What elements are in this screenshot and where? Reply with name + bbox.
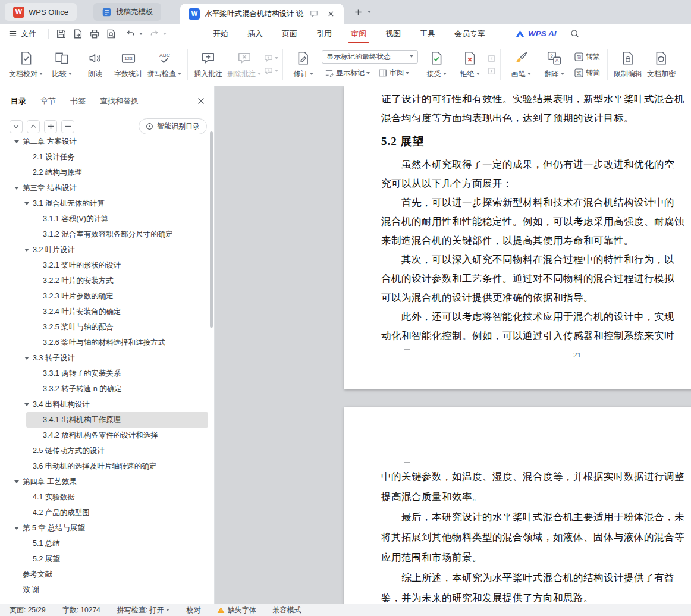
toc-item[interactable]: 3.2.2 叶片的安装方式 [0, 273, 214, 288]
sidebar-panel-tab[interactable]: 目录 [11, 96, 26, 106]
toc-item[interactable]: 第 5 章 总结与展望 [0, 520, 214, 536]
toc-item[interactable]: 第三章 结构设计 [0, 180, 214, 196]
toc-item[interactable]: 3.2.4 叶片安装角的确定 [0, 304, 214, 319]
translate-button[interactable]: 文A 翻译 [538, 46, 570, 83]
menu-tab[interactable]: 插入 [239, 24, 271, 43]
brush-button[interactable]: 画笔 [505, 46, 537, 83]
wps-ai-button[interactable]: WPS AI [515, 29, 557, 38]
file-menu-button[interactable]: 文件 [8, 29, 43, 39]
simplified-to-traditional-button[interactable]: 简 转繁 [571, 50, 603, 63]
toc-item[interactable]: 第四章 工艺效果 [0, 474, 214, 489]
tab-list-chevron-icon[interactable] [368, 11, 371, 13]
toc-expand-icon[interactable] [14, 187, 19, 190]
toc-item[interactable]: 3.2.1 桨叶的形状的设计 [0, 257, 214, 273]
spellcheck-toggle[interactable]: 拼写检查: 打开 [117, 605, 170, 615]
menu-tab[interactable]: 引用 [308, 24, 340, 43]
redo-button[interactable] [146, 27, 162, 41]
doc-proof-button[interactable]: 文档校对 [7, 46, 45, 83]
collapse-all-button[interactable] [10, 120, 23, 133]
toc-expand-icon[interactable] [14, 140, 19, 143]
close-tab-icon[interactable] [325, 8, 337, 20]
menu-tab[interactable]: 视图 [377, 24, 409, 43]
toc-item[interactable]: 3.2 叶片设计 [0, 242, 214, 257]
toc-item[interactable]: 2.5 链传动方式的设计 [0, 443, 214, 458]
previous-change-button[interactable] [487, 54, 496, 63]
toc-item[interactable]: 3.4 出料机构设计 [0, 397, 214, 412]
compatibility-mode-indicator[interactable]: 兼容模式 [272, 605, 301, 615]
sidebar-panel-tab[interactable]: 书签 [70, 96, 86, 106]
toc-item[interactable]: 3.6 电动机的选择及叶片轴转速的确定 [0, 458, 214, 474]
menu-tab[interactable]: 工具 [412, 24, 444, 43]
toc-expand-icon[interactable] [24, 202, 29, 205]
compare-button[interactable]: 比较 [46, 46, 78, 83]
new-tab-button[interactable] [352, 6, 364, 18]
document-page-22[interactable]: 中的关键参数，如温度、湿度、混合度等，并根据实时数据进行调整 提高混合质量和效率… [344, 407, 691, 604]
restrict-edit-button[interactable]: 限制编辑 [612, 46, 644, 83]
save-button[interactable] [54, 27, 69, 41]
toc-expand-icon[interactable] [24, 249, 29, 252]
toc-item[interactable]: 3.1 混合机壳体的计算 [0, 196, 214, 211]
toc-item[interactable]: 致 谢 [0, 582, 214, 598]
word-count-button[interactable]: 123 字数统计 [112, 46, 145, 83]
document-page-21[interactable]: 证了设计的可行性和有效性。实验结果表明，新型水平桨叶式混合机 混合均匀度等方面均… [344, 86, 691, 389]
export-pdf-button[interactable] [70, 27, 86, 41]
toc-expand-icon[interactable] [14, 527, 19, 530]
smart-toc-button[interactable]: 智能识别目录 [139, 118, 207, 134]
previous-comment-button[interactable] [264, 54, 278, 63]
toc-item[interactable]: 3.4.2 放料机构各零件的设计和选择 [0, 428, 214, 443]
proofread-button[interactable]: 校对 [186, 605, 200, 615]
insert-comment-button[interactable]: 插入批注 [192, 46, 224, 83]
menu-tab[interactable]: 审阅 [343, 24, 375, 43]
toc-item[interactable]: 3.1.1 容积(V)的计算 [0, 211, 214, 227]
page-indicator[interactable]: 页面: 25/29 [10, 605, 46, 615]
accept-button[interactable]: 接受 [420, 46, 453, 83]
menu-tab[interactable]: 页面 [274, 24, 306, 43]
toc-item[interactable]: 参考文献 [0, 567, 214, 582]
undo-button[interactable] [123, 27, 138, 41]
encrypt-button[interactable]: 文档加密 [645, 46, 677, 83]
menu-tab[interactable]: 开始 [205, 24, 237, 43]
toc-item[interactable]: 2.1 设计任务 [0, 149, 214, 165]
toc-item[interactable]: 4.2 产品的成型图 [0, 505, 214, 520]
track-changes-button[interactable]: 修订 [287, 46, 319, 83]
menu-tab[interactable]: 会员专享 [446, 24, 494, 43]
toc-item[interactable]: 3.2.3 叶片参数的确定 [0, 288, 214, 304]
toc-item[interactable]: 3.4.1 出料机构工作原理 [0, 412, 214, 428]
toc-item[interactable]: 3.2.6 桨叶与轴的材料选择和连接方式 [0, 335, 214, 350]
markup-state-dropdown[interactable]: 显示标记的最终状态 [322, 50, 418, 64]
sidebar-scrollbar[interactable] [210, 131, 213, 328]
expand-all-button[interactable] [27, 120, 40, 133]
sidebar-close-icon[interactable] [197, 98, 205, 105]
search-icon[interactable] [567, 27, 583, 41]
redo-chevron-icon[interactable] [163, 33, 167, 35]
review-pane-button[interactable]: 审阅 [375, 67, 412, 80]
toc-item[interactable]: 3.3.1 两转子的安装关系 [0, 366, 214, 381]
wps-home-tab[interactable]: W WPS Office [5, 3, 77, 21]
decrease-level-button[interactable] [61, 120, 74, 133]
toc-item[interactable]: 4.1 实验数据 [0, 489, 214, 505]
toc-item[interactable]: 3.1.2 混合室有效容积各部分尺寸的确定 [0, 227, 214, 242]
toc-expand-icon[interactable] [24, 357, 29, 360]
toc-item[interactable]: 3.3.2 转子转速 n 的确定 [0, 381, 214, 397]
word-count-indicator[interactable]: 字数: 10274 [62, 605, 100, 615]
print-preview-button[interactable] [103, 27, 119, 41]
print-button[interactable] [87, 27, 102, 41]
spell-check-button[interactable]: ABC 拼写检查 [146, 46, 183, 83]
traditional-to-simplified-button[interactable]: 繁 转简 [571, 66, 603, 79]
next-change-button[interactable] [487, 67, 496, 76]
tab-template-doc[interactable]: 找稿壳模板 [93, 3, 162, 21]
toc-item[interactable]: 第二章 方案设计 [0, 134, 214, 149]
next-comment-button[interactable] [264, 67, 278, 76]
toc-item[interactable]: 3.2.5 桨叶与轴的配合 [0, 319, 214, 335]
reject-button[interactable]: 拒绝 [454, 46, 486, 83]
increase-level-button[interactable] [44, 120, 57, 133]
toc-item[interactable]: 2.2 结构与原理 [0, 165, 214, 180]
toc-expand-icon[interactable] [24, 403, 29, 406]
sidebar-panel-tab[interactable]: 查找和替换 [100, 96, 139, 106]
read-aloud-button[interactable]: 朗读 [79, 46, 111, 83]
undo-chevron-icon[interactable] [139, 33, 143, 35]
toc-item[interactable]: 3.3 转子设计 [0, 350, 214, 366]
sidebar-panel-tab[interactable]: 章节 [40, 96, 56, 106]
tab-current-document[interactable]: W 水平桨叶式混合机结构设计 说 [180, 4, 344, 24]
toc-item[interactable]: 5.2 展望 [0, 551, 214, 567]
